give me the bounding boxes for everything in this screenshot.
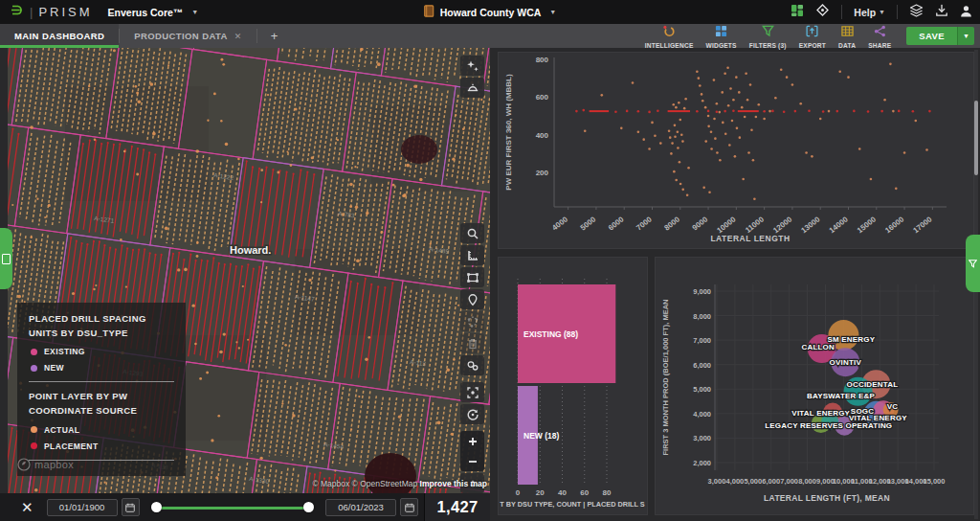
svg-text:12000: 12000 (771, 215, 794, 235)
ribbon-export[interactable]: EXPORT (799, 24, 826, 49)
legend-item-placement: PLACEMENT (31, 442, 174, 451)
svg-text:15,000: 15,000 (924, 477, 946, 486)
bar-chart: 020406080EXISTING (88)NEW (18)T BY DSU T… (499, 258, 647, 514)
legend-item-label: NEW (44, 363, 64, 373)
ribbon-filters3[interactable]: FILTERS (3) (749, 24, 787, 49)
ribbon-toolbar: INTELLIGENCEWIDGETSFILTERS (3)EXPORTDATA… (645, 24, 974, 48)
legend-dot (31, 365, 37, 372)
svg-text:CALLON: CALLON (801, 343, 835, 351)
map-legend: PLACED DRILL SPACING UNITS BY DSU_TYPEEX… (17, 303, 186, 476)
svg-text:9,000: 9,000 (693, 287, 711, 296)
zoom-to-selection-button[interactable] (460, 382, 484, 402)
ribbon-widgets[interactable]: WIDGETS (706, 24, 737, 49)
delete-selection-button[interactable] (460, 333, 484, 353)
end-date-calendar-button[interactable] (400, 498, 418, 516)
slider-handle-end[interactable] (303, 502, 314, 512)
ribbon-label: EXPORT (799, 42, 826, 49)
rectangle-select-icon (466, 271, 479, 284)
workspace-name: Howard County WCA (440, 7, 542, 18)
filter-flyout-handle[interactable] (966, 235, 980, 292)
close-icon[interactable]: ✕ (21, 500, 33, 514)
zoom-in-icon (466, 435, 479, 448)
zoom-out-button[interactable] (460, 451, 484, 471)
refresh-view-button[interactable] (460, 404, 484, 424)
svg-text:400: 400 (536, 131, 549, 140)
mapbox-logo[interactable]: mapbox (17, 458, 74, 471)
add-tab-button[interactable]: + (257, 24, 292, 48)
layers-icon[interactable] (909, 4, 924, 21)
workspace-selector[interactable]: Howard County WCA ▼ (424, 4, 557, 21)
svg-text:6000: 6000 (607, 215, 626, 232)
ribbon-label: DATA (838, 42, 856, 49)
basemap-button[interactable] (460, 78, 484, 98)
svg-text:60: 60 (580, 488, 589, 497)
date-range-slider[interactable] (151, 502, 314, 513)
map-styles-icon (466, 59, 479, 73)
dashboard-grid-icon[interactable] (791, 4, 804, 21)
slider-track[interactable] (155, 507, 310, 510)
zoom-control (460, 431, 484, 471)
map-attribution[interactable]: © Mapbox © OpenStreetMap Improve this ma… (312, 479, 487, 488)
suite-menu[interactable]: Enverus Core™ (108, 7, 184, 18)
zoom-in-button[interactable] (460, 431, 484, 451)
save-dropdown-button[interactable]: ▼ (957, 27, 974, 45)
lasso-select-button[interactable] (460, 355, 484, 375)
svg-text:LATERAL LENGTH: LATERAL LENGTH (710, 234, 790, 243)
start-date-input[interactable] (47, 499, 118, 516)
user-icon[interactable] (960, 4, 972, 21)
scatter-panel: 2004006008004000500060007000800090001000… (498, 52, 974, 249)
polygon-select-button[interactable] (460, 311, 484, 331)
polygon-select-icon (466, 315, 479, 328)
point-select-button[interactable] (460, 289, 484, 309)
map-tool-group-top (460, 56, 484, 98)
legend-item-new: NEW (31, 363, 174, 373)
brand-divider: | (30, 5, 33, 19)
svg-text:T BY DSU TYPE, COUNT | PLACED: T BY DSU TYPE, COUNT | PLACED DRILL S (500, 500, 645, 509)
close-tab-icon[interactable]: ✕ (234, 32, 242, 41)
zoom-window-button[interactable] (460, 223, 484, 243)
ribbon-data[interactable]: DATA (838, 24, 856, 49)
svg-text:8,000: 8,000 (798, 477, 816, 486)
svg-text:4,000: 4,000 (693, 410, 711, 419)
svg-text:2,000: 2,000 (693, 459, 711, 467)
charts-section: 2004006008004000500060007000800090001000… (490, 48, 980, 521)
legend-title: POINT LAYER BY PW COORDINATE SOURCE (29, 390, 174, 418)
scrollbar-thumb[interactable] (974, 101, 978, 175)
ribbon-share[interactable]: SHARE (868, 24, 891, 49)
legend-item-existing: EXISTING (31, 347, 174, 356)
ribbon-label: SHARE (868, 42, 891, 49)
svg-text:7,000: 7,000 (693, 336, 711, 345)
svg-text:17000: 17000 (912, 215, 935, 235)
end-date-input[interactable] (325, 499, 396, 516)
lasso-select-icon (466, 359, 479, 373)
svg-text:PW EUR FIRST 360, WH (MBBL): PW EUR FIRST 360, WH (MBBL) (504, 74, 513, 191)
slider-handle-start[interactable] (151, 502, 162, 512)
locator-icon[interactable] (815, 3, 830, 21)
ribbon-label: WIDGETS (706, 42, 737, 49)
share-icon (874, 24, 886, 41)
legend-item-label: PLACEMENT (44, 442, 99, 451)
start-date-calendar-button[interactable] (122, 498, 140, 516)
svg-text:OVINTIV: OVINTIV (830, 358, 862, 367)
svg-text:4,000: 4,000 (726, 477, 745, 486)
map-styles-button[interactable] (460, 56, 484, 76)
help-menu[interactable]: Help▼ (854, 7, 885, 18)
svg-text:4000: 4000 (550, 215, 569, 232)
svg-text:8000: 8000 (662, 215, 681, 232)
svg-text:5000: 5000 (579, 215, 598, 232)
ribbon-intelligence[interactable]: INTELLIGENCE (645, 24, 694, 49)
zoom-window-icon (466, 227, 479, 240)
download-icon[interactable] (935, 4, 948, 21)
save-button[interactable]: SAVE (906, 27, 957, 45)
tab-main-dashboard[interactable]: MAIN DASHBOARD (0, 24, 119, 48)
save-split-button: SAVE ▼ (906, 27, 974, 45)
left-flyout-handle[interactable] (0, 228, 12, 289)
tab-production-data[interactable]: PRODUCTION DATA✕ (120, 24, 256, 48)
measure-button[interactable] (460, 245, 484, 265)
svg-text:3,000: 3,000 (708, 477, 726, 486)
rectangle-select-button[interactable] (460, 267, 484, 287)
chevron-down-icon: ▼ (879, 9, 885, 15)
svg-text:EXISTING (88): EXISTING (88) (523, 329, 578, 339)
bubble-chart: 2,0003,0004,0005,0006,0007,0008,0009,000… (656, 258, 973, 514)
data-icon (841, 24, 854, 41)
